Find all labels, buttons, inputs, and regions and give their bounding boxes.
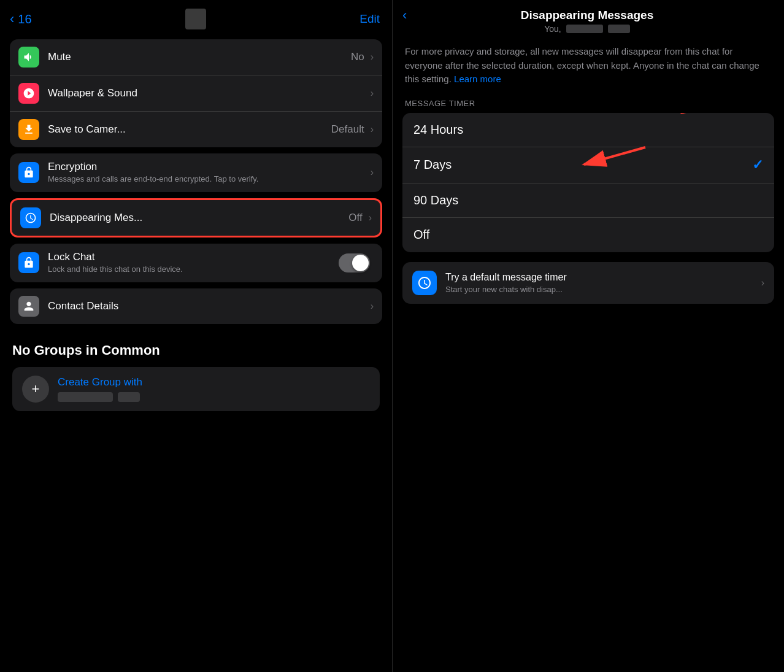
left-header: ‹ 16 Edit xyxy=(0,0,392,36)
right-panel: ‹ Disappearing Messages You, For more pr… xyxy=(392,0,784,672)
timer-24hours-label: 24 Hours xyxy=(413,123,763,137)
disappearing-value: Off xyxy=(348,212,362,224)
save-camera-value: Default xyxy=(331,123,364,136)
wallpaper-icon xyxy=(18,83,39,104)
create-group-row[interactable]: + Create Group with xyxy=(12,367,380,411)
header-avatar-square xyxy=(185,9,206,29)
contact-details-chevron-icon: › xyxy=(371,301,374,312)
timer-options-group: 24 Hours 7 Days xyxy=(402,113,774,252)
disappearing-row[interactable]: Disappearing Mes... Off › xyxy=(12,200,380,236)
default-timer-text: Try a default message timer Start your n… xyxy=(445,271,761,295)
save-camera-icon xyxy=(18,119,39,140)
default-timer-title: Try a default message timer xyxy=(445,271,761,284)
edit-button[interactable]: Edit xyxy=(359,12,380,26)
timer-24hours-row[interactable]: 24 Hours xyxy=(402,113,774,147)
timer-off-row[interactable]: Off xyxy=(402,218,774,252)
subtitle-you-label: You, xyxy=(544,24,561,34)
lock-chat-toggle[interactable] xyxy=(339,253,370,272)
disappearing-title: Disappearing Mes... xyxy=(50,212,348,224)
timer-7days-checkmark: ✓ xyxy=(752,157,763,173)
lock-chat-row[interactable]: Lock Chat Lock and hide this chat on thi… xyxy=(10,244,382,282)
default-timer-row[interactable]: Try a default message timer Start your n… xyxy=(402,262,774,304)
contact-details-row[interactable]: Contact Details › xyxy=(10,288,382,324)
default-timer-chevron-icon: › xyxy=(761,277,764,288)
lock-chat-text: Lock Chat Lock and hide this chat on thi… xyxy=(48,251,339,275)
encryption-chevron-icon: › xyxy=(371,167,374,178)
create-group-avatar-placeholder xyxy=(118,392,140,402)
contact-details-text: Contact Details xyxy=(48,300,368,312)
mute-text: Mute xyxy=(48,51,351,63)
encryption-text: Encryption Messages and calls are end-to… xyxy=(48,161,368,185)
lock-chat-subtitle: Lock and hide this chat on this device. xyxy=(48,265,339,275)
no-groups-section: No Groups in Common + Create Group with xyxy=(10,330,382,419)
default-timer-subtitle: Start your new chats with disap... xyxy=(445,285,761,294)
disappearing-icon xyxy=(20,207,41,228)
right-content: For more privacy and storage, all new me… xyxy=(393,40,784,672)
create-group-label: Create Group with xyxy=(58,376,142,388)
toggle-knob xyxy=(352,255,369,271)
plus-icon: + xyxy=(22,376,49,403)
encryption-row[interactable]: Encryption Messages and calls are end-to… xyxy=(10,153,382,192)
mute-chevron-icon: › xyxy=(371,52,374,63)
settings-group-lock: Lock Chat Lock and hide this chat on thi… xyxy=(10,244,382,282)
back-button-right[interactable]: ‹ xyxy=(402,7,407,23)
message-timer-label: MESSAGE TIMER xyxy=(402,99,774,108)
timer-90days-row[interactable]: 90 Days xyxy=(402,183,774,218)
back-button-left[interactable]: ‹ 16 xyxy=(10,11,32,27)
encryption-icon xyxy=(18,162,39,183)
save-camera-title: Save to Camer... xyxy=(48,123,331,136)
red-arrow-1-icon xyxy=(658,113,756,119)
left-settings-content: Mute No › Wallpaper & Sound › xyxy=(0,36,392,672)
timer-7days-label: 7 Days xyxy=(413,158,752,172)
no-groups-title: No Groups in Common xyxy=(12,342,380,358)
timer-off-label: Off xyxy=(413,228,763,242)
right-panel-subtitle: You, xyxy=(544,24,630,34)
settings-group-disappearing: Disappearing Mes... Off › xyxy=(10,198,382,238)
settings-group-2: Encryption Messages and calls are end-to… xyxy=(10,153,382,192)
mute-icon xyxy=(18,47,39,68)
wallpaper-title: Wallpaper & Sound xyxy=(48,87,368,99)
subtitle-extra-block xyxy=(608,25,630,33)
back-count-label: 16 xyxy=(18,12,31,26)
right-header: ‹ Disappearing Messages You, xyxy=(393,0,784,40)
mute-value: No xyxy=(351,51,364,63)
subtitle-name-block xyxy=(566,25,603,33)
wallpaper-chevron-icon: › xyxy=(371,88,374,99)
save-camera-row[interactable]: Save to Camer... Default › xyxy=(10,112,382,147)
create-group-text: Create Group with xyxy=(58,376,142,402)
wallpaper-row[interactable]: Wallpaper & Sound › xyxy=(10,75,382,112)
right-header-top: ‹ Disappearing Messages xyxy=(402,9,772,22)
settings-group-contact: Contact Details › xyxy=(10,288,382,324)
left-panel: ‹ 16 Edit Mute No › xyxy=(0,0,392,672)
lock-chat-title: Lock Chat xyxy=(48,251,339,263)
encryption-title: Encryption xyxy=(48,161,368,173)
learn-more-link[interactable]: Learn more xyxy=(454,74,501,84)
timer-7days-row[interactable]: 7 Days ✓ xyxy=(402,147,774,183)
contact-details-title: Contact Details xyxy=(48,300,368,312)
settings-group-1: Mute No › Wallpaper & Sound › xyxy=(10,39,382,147)
disappearing-chevron-icon: › xyxy=(369,212,372,223)
encryption-subtitle: Messages and calls are end-to-end encryp… xyxy=(48,174,368,185)
mute-title: Mute xyxy=(48,51,351,63)
contact-details-icon xyxy=(18,296,39,317)
mute-row[interactable]: Mute No › xyxy=(10,39,382,75)
create-group-sub xyxy=(58,392,142,402)
lock-chat-icon xyxy=(18,252,39,273)
timer-90days-label: 90 Days xyxy=(413,193,763,207)
right-panel-title: Disappearing Messages xyxy=(521,9,653,22)
save-camera-text: Save to Camer... xyxy=(48,123,331,136)
create-group-name-placeholder xyxy=(58,392,113,402)
save-camera-chevron-icon: › xyxy=(371,124,374,135)
description-text: For more privacy and storage, all new me… xyxy=(402,45,774,87)
disappearing-text: Disappearing Mes... xyxy=(50,212,348,224)
back-chevron-icon: ‹ xyxy=(10,11,14,27)
default-timer-icon xyxy=(412,271,437,295)
wallpaper-text: Wallpaper & Sound xyxy=(48,87,368,99)
